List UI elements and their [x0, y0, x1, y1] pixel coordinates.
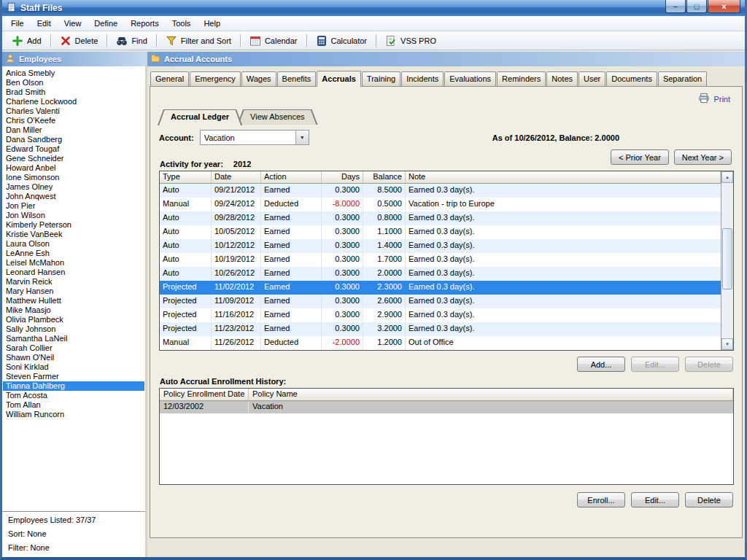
employee-list-item[interactable]: Anica Smebly	[3, 69, 144, 78]
print-button[interactable]: Print	[698, 93, 730, 105]
employee-list-item[interactable]: Olivia Plambeck	[3, 315, 144, 324]
enrollment-col-policy-name[interactable]: Policy Name	[249, 389, 733, 400]
employee-list-item[interactable]: Charles Valenti	[3, 106, 144, 116]
toolbar-vss-pro-button[interactable]: VSS PRO	[379, 34, 443, 48]
ledger-row[interactable]: Manual09/24/2012Deducted-8.00000.5000Vac…	[160, 198, 721, 211]
toolbar-calculator-button[interactable]: Calculator	[309, 34, 374, 48]
menu-define[interactable]: Define	[88, 16, 124, 31]
employee-list-item[interactable]: Matthew Hullett	[3, 296, 144, 306]
employee-list-item[interactable]: Jon Pier	[3, 201, 144, 211]
ledger-add-button[interactable]: Add...	[577, 357, 625, 372]
ledger-col-action[interactable]: Action	[261, 171, 322, 183]
employee-list-item[interactable]: Ben Olson	[3, 78, 144, 88]
tab-documents[interactable]: Documents	[606, 71, 657, 86]
tab-notes[interactable]: Notes	[546, 71, 578, 86]
ledger-edit-button[interactable]: Edit...	[631, 357, 679, 372]
ledger-col-date[interactable]: Date	[212, 171, 261, 183]
employee-list-item[interactable]: Sarah Collier	[3, 343, 144, 353]
employee-list-item[interactable]: LeAnne Esh	[3, 249, 144, 258]
ledger-row[interactable]: Projected11/02/2012Earned0.30002.3000Ear…	[160, 281, 721, 295]
employee-list-item[interactable]: Shawn O'Neil	[3, 353, 144, 362]
ledger-row[interactable]: Auto10/05/2012Earned0.30001.1000Earned 0…	[160, 225, 721, 239]
employee-list-item[interactable]: Tom Acosta	[3, 391, 144, 400]
ledger-row[interactable]: Auto10/12/2012Earned0.30001.4000Earned 0…	[160, 239, 721, 253]
employee-list-item[interactable]: William Runcorn	[3, 410, 144, 419]
employee-list-item[interactable]: Laura Olson	[3, 239, 144, 249]
toolbar-calendar-button[interactable]: Calendar	[243, 34, 304, 48]
chevron-down-icon[interactable]: ▼	[295, 131, 309, 144]
employee-list-item[interactable]: Edward Tougaf	[3, 144, 144, 154]
menu-view[interactable]: View	[58, 16, 88, 31]
next-year-button[interactable]: Next Year >	[674, 149, 732, 165]
tab-wages[interactable]: Wages	[241, 71, 276, 86]
enrollment-delete-button[interactable]: Delete	[685, 492, 733, 508]
subtab-accrual-ledger[interactable]: Accrual Ledger	[158, 109, 242, 125]
menu-help[interactable]: Help	[197, 16, 227, 31]
subtab-view-absences[interactable]: View Absences	[237, 109, 317, 125]
menu-edit[interactable]: Edit	[31, 16, 58, 31]
toolbar-add-button[interactable]: Add	[5, 34, 48, 48]
prior-year-button[interactable]: < Prior Year	[611, 149, 669, 165]
employee-list-item[interactable]: Marvin Reick	[3, 277, 144, 287]
employee-list-item[interactable]: Tianna Dahlberg	[3, 381, 144, 391]
employee-list-item[interactable]: Mary Hansen	[3, 287, 144, 296]
ledger-col-type[interactable]: Type	[160, 171, 212, 183]
employee-list-item[interactable]: Steven Farmer	[3, 372, 144, 381]
menu-file[interactable]: File	[4, 16, 31, 31]
minimize-button[interactable]: −	[665, 0, 686, 13]
enrollment-col-policy-enrollment-date[interactable]: Policy Enrollment Date	[160, 389, 249, 400]
ledger-row[interactable]: Auto09/21/2012Earned0.30008.5000Earned 0…	[160, 184, 721, 198]
ledger-col-note[interactable]: Note	[406, 171, 721, 183]
maximize-button[interactable]: □	[686, 0, 707, 13]
employee-list-item[interactable]: Kimberly Peterson	[3, 220, 144, 230]
toolbar-find-button[interactable]: Find	[109, 34, 153, 48]
enrollment-row[interactable]: 12/03/2002Vacation	[160, 401, 733, 413]
employee-list-item[interactable]: Ione Simonson	[3, 173, 144, 182]
ledger-row[interactable]: Auto09/28/2012Earned0.30000.8000Earned 0…	[160, 211, 721, 225]
employee-list-item[interactable]: Soni Kirklad	[3, 362, 144, 372]
ledger-col-balance[interactable]: Balance	[363, 171, 406, 183]
tab-separation[interactable]: Separation	[658, 71, 707, 86]
scrollbar-thumb[interactable]	[722, 228, 732, 289]
employee-list-item[interactable]: John Anqwest	[3, 192, 144, 201]
ledger-row[interactable]: Manual11/26/2012Deducted-2.00001.2000Out…	[160, 336, 721, 350]
employee-list-item[interactable]: Chris O'Keefe	[3, 116, 144, 125]
tab-emergency[interactable]: Emergency	[190, 71, 241, 86]
account-select[interactable]: Vacation ▼	[200, 130, 309, 145]
employee-list-item[interactable]: Charlene Lockwood	[3, 97, 144, 106]
toolbar-filter-and-sort-button[interactable]: Filter and Sort	[159, 34, 238, 48]
tab-training[interactable]: Training	[362, 71, 400, 86]
ledger-row[interactable]: Projected11/09/2012Earned0.30002.6000Ear…	[160, 295, 721, 308]
ledger-row[interactable]: Auto10/19/2012Earned0.30001.7000Earned 0…	[160, 253, 721, 267]
employee-list-item[interactable]: Jon Wilson	[3, 211, 144, 220]
menu-reports[interactable]: Reports	[124, 16, 166, 31]
tab-accruals[interactable]: Accruals	[317, 71, 360, 87]
employee-list-item[interactable]: Leonard Hansen	[3, 268, 144, 277]
ledger-col-days[interactable]: Days	[322, 171, 363, 183]
enrollment-enroll-button[interactable]: Enroll...	[577, 492, 625, 508]
tab-general[interactable]: General	[150, 71, 189, 86]
tab-incidents[interactable]: Incidents	[401, 71, 444, 86]
ledger-row[interactable]: Auto10/26/2012Earned0.30002.0000Earned 0…	[160, 267, 721, 281]
scroll-up-arrow[interactable]: ▲	[721, 171, 733, 183]
enrollment-edit-button[interactable]: Edit...	[631, 492, 679, 508]
employee-list-item[interactable]: Dana Sandberg	[3, 135, 144, 144]
employee-list-item[interactable]: Mike Maasjo	[3, 306, 144, 315]
employee-list-item[interactable]: Dan Miller	[3, 125, 144, 135]
ledger-delete-button[interactable]: Delete	[685, 357, 733, 372]
tab-evaluations[interactable]: Evaluations	[444, 71, 496, 86]
ledger-row[interactable]: Projected11/16/2012Earned0.30002.9000Ear…	[160, 308, 721, 322]
tab-benefits[interactable]: Benefits	[277, 71, 317, 86]
employee-list-item[interactable]: James Olney	[3, 182, 144, 192]
employee-list-item[interactable]: Howard Anbel	[3, 163, 144, 173]
tab-user[interactable]: User	[578, 71, 605, 86]
close-button[interactable]: ×	[708, 0, 740, 13]
employee-list-item[interactable]: Gene Schneider	[3, 154, 144, 163]
scroll-down-arrow[interactable]: ▼	[721, 338, 733, 350]
employee-list-item[interactable]: Tom Allan	[3, 400, 144, 410]
menu-tools[interactable]: Tools	[166, 16, 198, 31]
tab-reminders[interactable]: Reminders	[497, 71, 546, 86]
ledger-row[interactable]: Projected11/23/2012Earned0.30003.2000Ear…	[160, 322, 721, 336]
employee-list-item[interactable]: Samantha LaNeil	[3, 334, 144, 343]
toolbar-delete-button[interactable]: Delete	[53, 34, 105, 48]
